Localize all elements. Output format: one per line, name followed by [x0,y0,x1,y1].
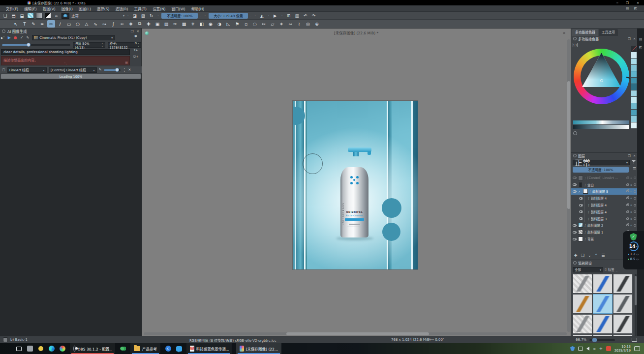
menu-item[interactable]: 设置(N) [150,7,168,11]
close-button[interactable]: ✕ [637,1,639,4]
layer-visibility-icon[interactable] [573,190,577,193]
close-docker-icon[interactable]: ✕ [633,154,636,157]
pinned-app-colorful[interactable] [59,346,65,352]
docker-strip-icon[interactable]: ▤ [639,37,643,41]
tool-rect-select[interactable]: ▫ [242,20,250,28]
layer-properties-button[interactable]: ☰ [601,253,605,258]
taskbar-button-obs[interactable]: OBS 30.1.2 - 配置.. [70,343,115,354]
reload-preset-icon[interactable]: ↻ [148,12,154,19]
canvas-only-mode-icon[interactable] [632,338,637,342]
layer-alpha-icon[interactable]: α [630,190,632,193]
tool-rectangle[interactable]: ▭ [65,20,73,28]
menu-item[interactable]: 窗口(W) [168,7,188,11]
tool-magnetic-select[interactable]: ∾ [286,20,294,28]
generate-button[interactable]: ▶ [8,35,11,40]
add-character-icon[interactable]: ☺+ [133,55,138,58]
prompt-input[interactable]: clear details, professional shooting lig… [1,49,130,55]
layer-lock-icon[interactable] [626,224,629,226]
tool-polygon[interactable]: △ [83,20,91,28]
menu-item[interactable]: 图像(I) [59,7,76,11]
mirror-canvas-icon[interactable]: ◭ [259,12,265,19]
menu-item[interactable]: 选择(S) [94,7,113,11]
tool-color-picker[interactable]: ✑ [171,20,179,28]
tool-freehand-brush[interactable]: ✏ [47,20,55,28]
menu-item[interactable]: 文件(F) [3,7,21,11]
system-monitor-overlay[interactable]: ✓ 14% 1.2K/s 8.5K/s [623,231,644,269]
move-layer-up-button[interactable]: ⌃ [595,253,598,258]
layer-row[interactable]: ✓ ∫ 颜料图层 3 α [571,215,638,222]
tool-bezier-select[interactable]: ≀ [295,20,303,28]
layer-alpha-icon[interactable]: α [630,224,632,227]
layer-visibility-icon[interactable] [579,217,583,220]
menu-item[interactable]: 视图(V) [40,7,59,11]
layer-properties-icon[interactable] [634,217,636,220]
layer-blend-mode-dropdown[interactable]: 正常 [573,160,630,165]
layer-properties-icon[interactable] [634,210,636,213]
brush-preset-tile[interactable] [573,294,592,314]
save-document-icon[interactable]: ⬓ [19,12,25,19]
pinned-app-blue-circle[interactable]: c [165,346,171,352]
notification-center-icon[interactable] [634,346,640,351]
size-spin-buttons[interactable]: ⌃⌄ [250,14,251,18]
tool-measure[interactable]: ◺ [224,20,232,28]
color-swatch[interactable] [631,103,637,109]
task-view-button[interactable] [16,346,22,352]
color-history-swatches[interactable] [631,46,637,128]
layer-alpha-icon[interactable]: α [630,210,632,213]
layer-lock-icon[interactable] [626,177,629,179]
tray-display-icon[interactable] [578,347,583,351]
expand-icon[interactable]: ▦ [125,60,128,64]
float-docker-icon[interactable]: ❐ [131,30,134,33]
style-preset-dropdown[interactable]: Cinematic Photo (XL) (Copy) [32,35,115,40]
layer-row[interactable]: ✓ ∫ 空白 α [571,181,638,188]
overlay-pin-icon[interactable]: ▤ [626,6,629,10]
selector-settings-icon[interactable]: 1:1 [573,43,578,47]
canvas-horizontal-scrollbar[interactable] [144,332,567,335]
tool-smart-patch[interactable]: ✳ [189,20,197,28]
minimize-button[interactable]: ─ [616,1,618,4]
close-docker-icon[interactable]: ✕ [633,37,636,40]
tool-freehand-select[interactable]: ✂ [260,20,268,28]
start-button[interactable] [5,346,11,352]
strength-slider[interactable] [2,44,70,46]
tool-pan[interactable]: ⊕ [313,20,321,28]
tool-similar-select[interactable]: ✶ [277,20,285,28]
tool-gradient[interactable]: ▤ [162,20,170,28]
docker-strip-icon[interactable]: ◩ [639,45,643,49]
brush-preset-tile[interactable] [593,314,613,334]
workspace-chooser-icon[interactable]: ▶ [272,12,278,19]
taskbar-button-krita[interactable]: [未保存图像] (22... [236,343,281,354]
pattern-swatch[interactable] [27,13,34,19]
crop-icon[interactable]: ⊞ [285,12,292,19]
layer-properties-icon[interactable] [634,197,636,200]
color-swatch[interactable] [631,90,637,96]
color-swatch[interactable] [631,52,637,58]
more-options-icon[interactable]: ⋮ [123,68,126,72]
float-docker-icon[interactable]: ❐ [628,154,631,157]
overlay-tool-icon[interactable]: ◩ [634,6,637,10]
color-swatch[interactable] [631,110,637,116]
tray-clock[interactable]: 10:132025/3/19 [614,345,631,353]
layer-lock-icon[interactable] [626,211,629,213]
taskbar-button-folder[interactable]: 产品参考 [130,343,160,354]
brush-preset-tile[interactable] [573,314,592,334]
layer-visibility-icon[interactable] [579,204,583,206]
undo-icon[interactable]: ↶ [302,12,308,19]
tool-crop[interactable]: ▣ [153,20,161,28]
generate-menu-icon[interactable]: ▶˅ [1,36,5,39]
layer-lock-icon[interactable] [626,190,629,192]
live-mode-button[interactable]: ● [14,35,17,40]
tool-polygon-select[interactable]: ▱ [269,20,276,28]
brush-editor-button[interactable] [61,13,69,19]
pinned-app-yellow[interactable] [37,346,44,352]
color-swatch[interactable] [631,116,637,122]
zoom-slider[interactable] [589,339,615,341]
pinned-app-green[interactable] [120,346,126,352]
pinned-app-chat[interactable] [176,346,182,352]
settings-gear-icon[interactable]: ✱ [134,34,137,38]
apply-result-button[interactable]: ✓ [20,35,24,40]
tool-pattern-edit[interactable]: ▦ [180,20,188,28]
edit-control-icon[interactable]: ✎ [99,68,102,72]
menu-item[interactable]: 工具(T) [131,7,150,11]
opacity-spin-buttons[interactable]: ⌃⌄ [200,14,201,18]
